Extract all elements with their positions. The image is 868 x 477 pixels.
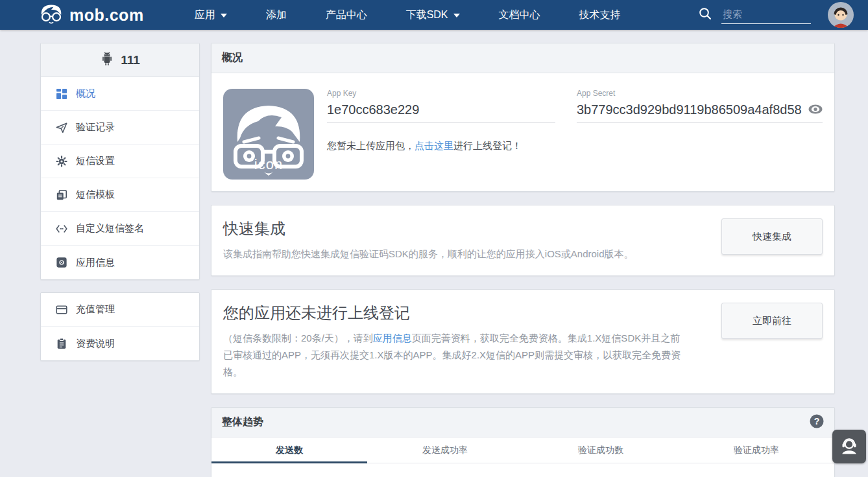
register-card: 您的应用还未进行上线登记 （短信条数限制：20条/天），请到应用信息页面完善资料…: [211, 289, 835, 394]
app-secret-text: 3b779cc3d929bd9119b86509a4af8d58: [577, 102, 802, 117]
register-title: 您的应用还未进行上线登记: [223, 303, 711, 323]
trend-tabs: 发送数 发送成功率 验证成功数 验证成功率: [211, 437, 834, 463]
nav-menu: 应用 添加 产品中心 下载SDK 文档中心 技术支持: [175, 0, 640, 30]
register-desc: （短信条数限制：20条/天），请到应用信息页面完善资料，获取完全免费资格。集成1…: [223, 330, 681, 380]
help-icon[interactable]: ?: [810, 414, 824, 431]
overview-card-header: 概况: [211, 43, 834, 73]
app-icon-image: icon: [223, 89, 314, 180]
nav-item-label: 技术支持: [579, 8, 621, 22]
sidebar: 111 概况 验证记录: [40, 43, 200, 361]
sidebar-item-label: 验证记录: [76, 121, 115, 134]
app-secret-field: App Secret 3b779cc3d929bd9119b86509a4af8…: [577, 89, 823, 123]
sidebar-item-recharge[interactable]: 充值管理: [41, 293, 199, 327]
app-key-field: App Key 1e70cc683e229: [327, 89, 555, 123]
sidebar-item-custom-signature[interactable]: 自定义短信签名: [41, 212, 199, 246]
note-suffix: 进行上线登记！: [453, 140, 522, 151]
quick-integration-button[interactable]: 快速集成: [721, 218, 823, 255]
trend-card-header: 整体趋势 ?: [211, 408, 834, 437]
overview-title: 概况: [222, 51, 243, 65]
overview-fields: App Key 1e70cc683e229 App Secret 3b779cc…: [327, 89, 823, 180]
nav-item-label: 下载SDK: [406, 8, 448, 22]
user-avatar[interactable]: [828, 2, 854, 28]
chevron-down-icon: [221, 14, 227, 17]
main-content: 概况 icon App: [211, 43, 835, 477]
chevron-down-icon: [453, 14, 460, 17]
app-secret-value: 3b779cc3d929bd9119b86509a4af8d58: [577, 102, 823, 123]
headset-person-icon: [839, 436, 860, 457]
go-now-button[interactable]: 立即前往: [721, 303, 823, 339]
sidebar-item-label: 资费说明: [76, 338, 115, 350]
sidebar-app-header: 111: [41, 43, 199, 77]
logo-text: mob.com: [69, 6, 144, 25]
nav-item-docs[interactable]: 文档中心: [479, 0, 560, 30]
app-key-label: App Key: [327, 89, 555, 98]
quick-integration-desc: 该集成指南帮助您快速集成短信验证码SDK的服务，顺利的让您的应用接入iOS或An…: [223, 246, 711, 262]
search-input[interactable]: [721, 6, 811, 24]
trend-title: 整体趋势: [222, 415, 263, 429]
tab-label: 验证成功数: [578, 445, 623, 456]
tab-label: 发送成功率: [422, 445, 468, 456]
clipboard-icon: [56, 338, 67, 349]
sidebar-item-sms-settings[interactable]: 短信设置: [41, 145, 199, 178]
quick-integration-card: 快速集成 该集成指南帮助您快速集成短信验证码SDK的服务，顺利的让您的应用接入i…: [211, 205, 835, 276]
code-icon: [56, 223, 67, 235]
nav-item-label: 产品中心: [326, 8, 367, 22]
sidebar-item-sms-templates[interactable]: 短信模板: [41, 178, 199, 212]
tab-label: 验证成功率: [734, 445, 779, 456]
sidebar-item-label: 应用信息: [76, 257, 115, 269]
tab-send-success-rate[interactable]: 发送成功率: [367, 437, 523, 463]
sidebar-billing-card: 充值管理 资费说明: [40, 292, 200, 361]
tab-send-count[interactable]: 发送数: [211, 437, 367, 463]
app-secret-label: App Secret: [577, 89, 823, 98]
mob-face-icon: [39, 3, 64, 27]
nav-item-products[interactable]: 产品中心: [306, 0, 387, 30]
nav-search-area: [698, 6, 811, 24]
templates-icon: [56, 189, 67, 201]
click-here-link[interactable]: 点击这里: [415, 140, 453, 151]
overview-body: icon App Key 1e70cc683e229 App Secret 3b…: [211, 73, 834, 191]
app-icon-label: icon: [223, 156, 314, 173]
tab-verify-success-count[interactable]: 验证成功数: [523, 437, 679, 463]
eye-icon[interactable]: [808, 102, 823, 117]
app-name: 111: [121, 53, 140, 67]
help-icon-glyph: ?: [814, 416, 820, 426]
mob-logo[interactable]: mob.com: [39, 3, 144, 27]
sidebar-item-label: 短信模板: [76, 189, 115, 201]
send-icon: [56, 122, 67, 134]
customer-service-button[interactable]: [832, 430, 866, 463]
note-prefix: 您暂未上传应用包，: [327, 140, 415, 151]
quick-integration-title: 快速集成: [223, 218, 711, 239]
search-icon[interactable]: [698, 6, 712, 23]
nav-item-app[interactable]: 应用: [175, 0, 247, 30]
credit-card-icon: [56, 304, 67, 316]
sidebar-item-label: 短信设置: [76, 155, 115, 167]
overview-card: 概况 icon App: [211, 43, 835, 192]
sidebar-app-card: 111 概况 验证记录: [40, 43, 200, 280]
dashboard-icon: [56, 88, 67, 100]
nav-item-label: 添加: [266, 8, 287, 22]
tab-verify-success-rate[interactable]: 验证成功率: [679, 437, 834, 463]
app-key-value: 1e70cc683e229: [327, 102, 555, 123]
sidebar-item-verify-records[interactable]: 验证记录: [41, 111, 199, 145]
tab-label: 发送数: [276, 445, 303, 456]
trend-chart-area: [211, 463, 834, 477]
top-navbar: mob.com 应用 添加 产品中心 下载SDK 文档中心 技术支持: [0, 0, 868, 30]
sidebar-item-pricing[interactable]: 资费说明: [41, 327, 199, 360]
sidebar-item-label: 概况: [76, 87, 95, 100]
sidebar-item-app-info[interactable]: 应用信息: [41, 246, 199, 279]
nav-item-support[interactable]: 技术支持: [560, 0, 640, 30]
register-desc-prefix: （短信条数限制：20条/天），请到: [223, 332, 373, 343]
sidebar-item-overview[interactable]: 概况: [41, 77, 199, 111]
nav-item-download-sdk[interactable]: 下载SDK: [387, 0, 479, 30]
nav-item-label: 文档中心: [499, 8, 540, 22]
sidebar-item-label: 自定义短信签名: [76, 222, 144, 235]
app-info-link[interactable]: 应用信息: [373, 332, 412, 343]
gear-icon: [56, 156, 67, 167]
app-info-icon: [56, 257, 67, 268]
trend-card: 整体趋势 ? 发送数 发送成功率 验证成功数 验证成功率: [211, 407, 835, 477]
nav-item-add[interactable]: 添加: [247, 0, 306, 30]
nav-item-label: 应用: [195, 8, 215, 22]
upload-note: 您暂未上传应用包，点击这里进行上线登记！: [327, 140, 823, 152]
sidebar-item-label: 充值管理: [76, 303, 115, 316]
android-icon: [100, 51, 114, 69]
